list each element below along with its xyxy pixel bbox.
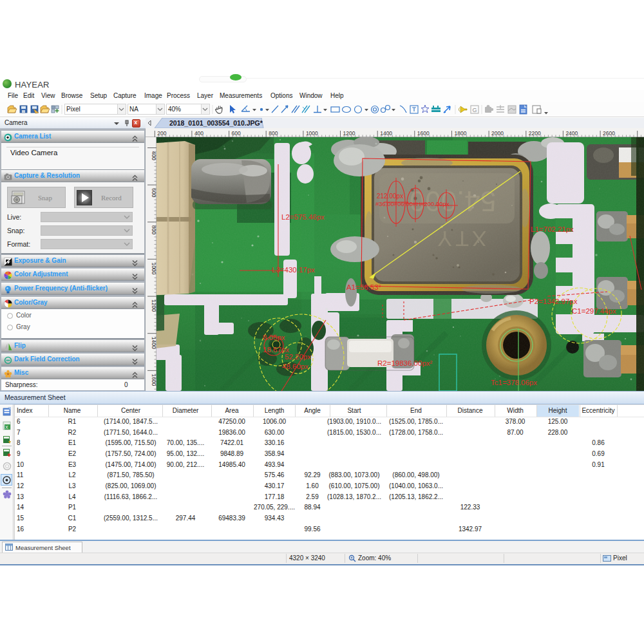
svg-text:1000: 1000 <box>151 262 156 274</box>
svg-text:1200: 1200 <box>343 130 355 137</box>
svg-text:1200: 1200 <box>151 299 156 312</box>
svg-text:G: G <box>473 107 477 113</box>
svg-text:2400: 2400 <box>565 130 578 137</box>
svg-text:1600: 1600 <box>417 130 430 137</box>
svg-text:1000: 1000 <box>306 130 318 137</box>
svg-text:1600: 1600 <box>151 374 156 386</box>
svg-text:2200: 2200 <box>529 130 541 137</box>
svg-text:2000: 2000 <box>491 130 504 137</box>
svg-text:1400: 1400 <box>151 337 156 349</box>
svg-text:1800: 1800 <box>455 130 467 137</box>
svg-text:X: X <box>5 425 8 430</box>
svg-text:1400: 1400 <box>380 130 392 137</box>
svg-text:2600: 2600 <box>603 130 615 137</box>
